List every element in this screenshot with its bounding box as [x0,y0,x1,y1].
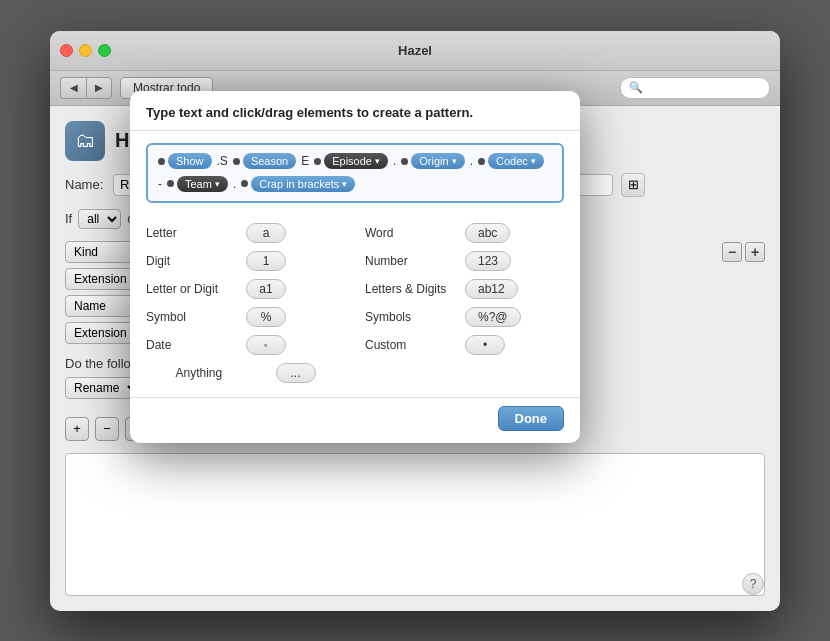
e-text: E [301,154,309,168]
number-button[interactable]: 123 [465,251,511,271]
done-button[interactable]: Done [498,406,565,431]
symbols-label: Symbols [365,310,455,324]
dot-icon [158,158,165,165]
dash-text: - [158,177,162,191]
symbols-row: Symbols %?@ [365,307,564,327]
pattern-display[interactable]: Show .S Season E Episode ▾ . Origin ▾ . … [146,143,564,203]
letter-or-digit-button[interactable]: a1 [246,279,286,299]
custom-button[interactable]: • [465,335,505,355]
name-label: Name: [65,177,105,192]
letters-digits-button[interactable]: ab12 [465,279,518,299]
letter-button[interactable]: a [246,223,286,243]
period3-text: . [233,177,236,191]
dot-icon [401,158,408,165]
forward-button[interactable]: ▶ [86,77,112,99]
close-button[interactable] [60,44,73,57]
add-rule-button[interactable]: + [65,417,89,441]
letter-label: Letter [146,226,236,240]
anything-button[interactable]: ... [276,363,316,383]
pattern-overlay: Type text and click/drag elements to cre… [130,91,580,443]
remove-rule-button[interactable]: − [95,417,119,441]
letter-or-digit-row: Letter or Digit a1 [146,279,345,299]
codec-pill[interactable]: Codec ▾ [488,153,544,169]
dot-icon [478,158,485,165]
word-button[interactable]: abc [465,223,510,243]
traffic-lights [60,44,111,57]
custom-row: Custom • [365,335,564,355]
all-select[interactable]: all [78,209,121,229]
overlay-header: Type text and click/drag elements to cre… [130,91,580,131]
origin-tag[interactable]: Origin ▾ [401,153,464,169]
nav-buttons: ◀ ▶ [60,77,112,99]
episode-pill[interactable]: Episode ▾ [324,153,388,169]
date-button[interactable]: ◦ [246,335,286,355]
custom-label: Custom [365,338,455,352]
episode-tag[interactable]: Episode ▾ [314,153,388,169]
team-pill[interactable]: Team ▾ [177,176,228,192]
digit-label: Digit [146,254,236,268]
digit-button[interactable]: 1 [246,251,286,271]
search-icon: 🔍 [629,81,643,94]
show-pill[interactable]: Show [168,153,212,169]
dot-s-text: .S [217,154,228,168]
add-remove-btns: − + [722,242,765,262]
show-tag[interactable]: Show [158,153,212,169]
digit-row: Digit 1 [146,251,345,271]
period2-text: . [470,154,473,168]
symbol-button[interactable]: % [246,307,286,327]
word-row: Word abc [365,223,564,243]
remove-condition-button[interactable]: − [722,242,742,262]
letters-digits-label: Letters & Digits [365,282,455,296]
crap-brackets-tag[interactable]: Crap in brackets ▾ [241,176,355,192]
preview-area [65,453,765,596]
dot-icon [241,180,248,187]
letters-digits-row: Letters & Digits ab12 [365,279,564,299]
letter-row: Letter a [146,223,345,243]
copy-icon: ⊞ [628,177,639,192]
anything-row: Anything ... [146,363,345,383]
number-label: Number [365,254,455,268]
dot-icon [167,180,174,187]
team-tag[interactable]: Team ▾ [167,176,228,192]
number-row: Number 123 [365,251,564,271]
overlay-footer: Done [130,397,580,443]
origin-pill[interactable]: Origin ▾ [411,153,464,169]
letter-or-digit-label: Letter or Digit [146,282,236,296]
symbols-button[interactable]: %?@ [465,307,521,327]
season-tag[interactable]: Season [233,153,296,169]
copy-button[interactable]: ⊞ [621,173,645,197]
app-icon: 🗂 [65,121,105,161]
anything-label: Anything [176,366,266,380]
elements-grid: Letter a Word abc Digit 1 Number 123 Let… [130,215,580,397]
dot-icon [233,158,240,165]
if-label: If [65,211,72,226]
search-box[interactable]: 🔍 [620,77,770,99]
season-pill[interactable]: Season [243,153,296,169]
date-row: Date ◦ [146,335,345,355]
date-label: Date [146,338,236,352]
folder-icon: 🗂 [75,129,95,152]
symbol-label: Symbol [146,310,236,324]
codec-tag[interactable]: Codec ▾ [478,153,544,169]
main-window: Hazel ◀ ▶ Mostrar todo 🔍 🗂 Hazel Name: ⊞ [50,31,780,611]
title-bar: Hazel [50,31,780,71]
crap-brackets-pill[interactable]: Crap in brackets ▾ [251,176,355,192]
dot-icon [314,158,321,165]
word-label: Word [365,226,455,240]
window-title: Hazel [398,43,432,58]
maximize-button[interactable] [98,44,111,57]
minimize-button[interactable] [79,44,92,57]
symbol-row: Symbol % [146,307,345,327]
back-button[interactable]: ◀ [60,77,86,99]
help-button[interactable]: ? [742,573,764,595]
period1-text: . [393,154,396,168]
add-condition-button[interactable]: + [745,242,765,262]
